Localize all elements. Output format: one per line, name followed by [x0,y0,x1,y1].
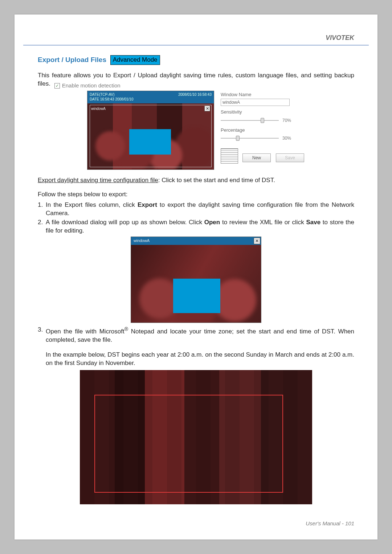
advanced-mode-badge: Advanced Mode [110,55,160,65]
section-heading-row: Export / Upload Files Advanced Mode [38,55,354,65]
enable-motion-detection-row: ✓ Enable motion detection [54,82,121,89]
preview-line1-right: 2008/01/10 16:58:43 [178,92,212,97]
section-title: Export / Upload Files [38,55,106,65]
preview-window-label: windowA [91,106,106,111]
figure-motion-detection-panel: DATE(TCP-AV) 2008/01/10 16:58:43 DATE 16… [38,91,354,170]
preview-line2: DATE 16:58:43 2008/01/10 [90,97,212,102]
sensitivity-slider[interactable] [221,118,279,123]
brand-label: VIVOTEK [326,34,354,42]
export-bold: Export [138,201,157,208]
export-dst-rest: : Click to set the start and end time of… [158,177,275,184]
figure-window-detail: windowA ✕ [38,237,354,323]
save-button[interactable]: Save [276,153,304,162]
example-paragraph: In the example below, DST begins each ye… [46,351,354,368]
save-bold: Save [306,219,320,226]
percentage-slider[interactable] [221,136,279,141]
enable-motion-detection-checkbox[interactable]: ✓ [54,83,60,89]
sensitivity-value: 70% [282,118,291,123]
enable-motion-detection-label: Enable motion detection [62,82,121,89]
preview-overlay-text: DATE(TCP-AV) 2008/01/10 16:58:43 DATE 16… [87,91,214,103]
step-3: 3. Open the file with Microsoft® Notepad… [38,326,354,344]
export-dst-link[interactable]: Export daylight saving time configuratio… [38,177,158,184]
window-detail-titlebar: windowA [131,237,261,245]
activity-bars-icon [221,148,238,164]
intro-paragraph: This feature allows you to Export / Uplo… [38,71,354,89]
window-name-input[interactable]: windowA [221,99,290,106]
window-detail-title: windowA [134,238,150,243]
step-1: 1. In the Export files column, click Exp… [38,201,354,218]
sensitivity-label: Sensitivity [221,109,305,115]
figure-pixelated-preview [80,370,312,504]
motion-region-box[interactable] [129,129,171,155]
step-2: 2. A file download dialog will pop up as… [38,218,354,235]
follow-steps-label: Follow the steps below to export: [38,190,354,199]
export-dst-line: Export daylight saving time configuratio… [38,176,354,185]
content: Export / Upload Files Advanced Mode This… [38,55,354,504]
red-selection-box [94,395,283,493]
window-name-value: windowA [222,99,240,105]
close-icon[interactable]: ✕ [204,106,210,111]
header-rule [23,45,369,45]
new-button[interactable]: New [242,153,271,162]
page-footer: User's Manual - 101 [306,520,354,526]
percentage-value: 30% [282,135,291,141]
steps-list: 1. In the Export files column, click Exp… [38,201,354,235]
window-name-label: Window Name [221,91,305,98]
motion-region-box[interactable] [173,279,220,313]
camera-preview: DATE(TCP-AV) 2008/01/10 16:58:43 DATE 16… [87,91,214,170]
registered-mark: ® [124,326,128,332]
percentage-label: Percentage [221,127,305,134]
close-icon[interactable]: ✕ [254,238,260,244]
preview-line1-left: DATE(TCP-AV) [90,92,115,97]
steps-list-cont: 3. Open the file with Microsoft® Notepad… [38,326,354,344]
motion-controls-panel: Window Name windowA Sensitivity 70% Perc… [221,91,305,162]
window-detail-image: windowA ✕ [131,237,261,323]
open-bold: Open [204,219,220,226]
document-page: VIVOTEK Export / Upload Files Advanced M… [15,15,377,539]
